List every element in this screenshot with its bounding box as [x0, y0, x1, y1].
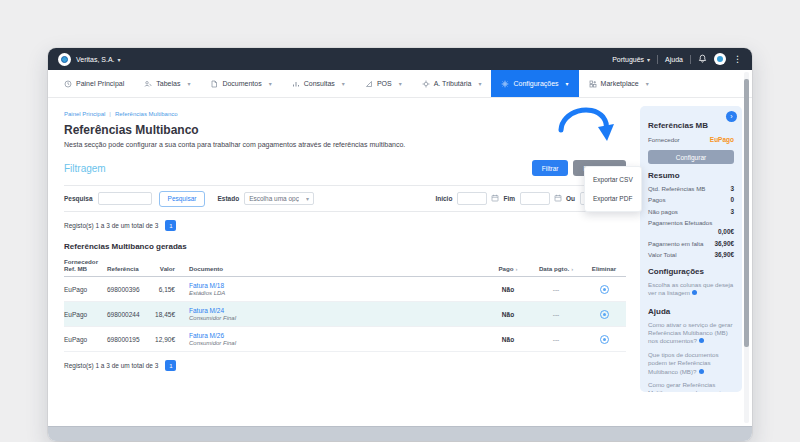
- help-link-item[interactable]: Que tipos de documentos podem ter Referê…: [648, 351, 734, 376]
- nav-item-marketplace[interactable]: Marketplace ▾: [579, 70, 659, 97]
- breadcrumb-painel-principal[interactable]: Painel Principal: [64, 111, 105, 117]
- pesquisa-label: Pesquisa: [64, 195, 93, 202]
- fim-label: Fim: [503, 195, 515, 202]
- window-bottom-bar: [48, 426, 752, 441]
- nav-item-tabelas[interactable]: Tabelas ▾: [134, 70, 200, 97]
- cell-data-pgto: ---: [530, 286, 582, 293]
- language-menu[interactable]: Português ▾: [612, 56, 650, 63]
- cell-pago: Não: [486, 286, 530, 293]
- page-number-badge[interactable]: 1: [165, 220, 176, 231]
- resumo-title: Resumo: [648, 171, 734, 180]
- col-valor[interactable]: Valor: [147, 265, 175, 272]
- calendar-icon[interactable]: [554, 194, 562, 203]
- language-label: Português: [612, 56, 644, 63]
- divider: [690, 55, 691, 64]
- stat-row: Não pagos3: [648, 208, 734, 215]
- chevron-down-icon: ▾: [118, 56, 121, 63]
- divider: [657, 55, 658, 64]
- filtrar-button[interactable]: Filtrar: [532, 160, 569, 176]
- nav-item-configuracoes[interactable]: Configurações ▾: [491, 70, 578, 97]
- pesquisar-button[interactable]: Pesquisar: [159, 191, 206, 207]
- configurar-button[interactable]: Configurar: [648, 150, 734, 164]
- cell-fornecedor: EuPago: [64, 286, 107, 293]
- document-entity: Consumidor Final: [189, 315, 486, 321]
- pagination-top: Registo(s) 1 a 3 de um total de 3 1: [64, 220, 626, 231]
- cell-documento: Fatura M/26 Consumidor Final: [175, 332, 486, 346]
- document-entity: Estádios LDA: [189, 290, 486, 296]
- menu-item-exportar-pdf[interactable]: Exportar PDF: [585, 189, 641, 208]
- nav-item-documentos[interactable]: Documentos ▾: [200, 70, 281, 97]
- notifications-bell-icon[interactable]: [698, 54, 707, 64]
- cell-fornecedor: EuPago: [64, 311, 107, 318]
- user-avatar[interactable]: [714, 53, 726, 65]
- cell-eliminar: [582, 310, 626, 319]
- nav-item-a-tributaria[interactable]: A. Tributária ▾: [412, 70, 492, 97]
- breadcrumb-referencias-multibanco[interactable]: Referências Multibanco: [115, 111, 178, 117]
- gear-icon: [501, 80, 509, 88]
- chevron-down-icon: ▾: [478, 80, 481, 87]
- stat-row: Valor Total36,90€: [648, 251, 734, 258]
- cell-valor: 6,15€: [147, 286, 175, 293]
- document-entity: Consumidor Final: [189, 340, 486, 346]
- sidebar-collapse-button[interactable]: ›: [726, 111, 737, 122]
- estado-label: Estado: [217, 195, 239, 202]
- delete-icon[interactable]: [600, 285, 609, 294]
- cell-referencia: 698000244: [107, 311, 147, 318]
- kebab-menu-icon[interactable]: ⋮: [733, 55, 742, 64]
- sort-icon[interactable]: ›: [516, 266, 518, 272]
- col-data-pgto[interactable]: Data pgto.›: [530, 265, 582, 272]
- sidebar-title: Referências MB: [648, 121, 734, 130]
- help-link-item[interactable]: Como ativar o serviço de gerar Referênci…: [648, 321, 734, 346]
- grid-plus-icon: [589, 80, 597, 88]
- help-link[interactable]: Ajuda: [665, 56, 683, 63]
- chevron-down-icon: ▾: [646, 80, 649, 87]
- cell-pago: Não: [486, 336, 530, 343]
- scrollbar-thumb[interactable]: [744, 79, 749, 347]
- delete-icon[interactable]: [600, 335, 609, 344]
- cell-referencia: 698000396: [107, 286, 147, 293]
- help-link-item[interactable]: Como gerar Referências Multibanco para d…: [648, 381, 734, 392]
- nav-item-pos[interactable]: POS ▾: [355, 70, 412, 97]
- choose-columns-link[interactable]: Escolha as colunas que deseja ver na lis…: [648, 281, 734, 298]
- chevron-down-icon: ▾: [306, 195, 309, 202]
- cell-fornecedor: EuPago: [64, 336, 107, 343]
- document-link[interactable]: Fatura M/26: [189, 332, 486, 339]
- col-fornecedor[interactable]: Fornecedor Ref. MB: [64, 258, 107, 272]
- info-circle-icon: [692, 290, 697, 295]
- col-pago[interactable]: Pago›: [486, 265, 530, 272]
- delete-icon[interactable]: [600, 310, 609, 319]
- nav-item-consultas[interactable]: Consultas ▾: [282, 70, 355, 97]
- inicio-date-input[interactable]: [457, 192, 487, 205]
- document-link[interactable]: Fatura M/18: [189, 282, 486, 289]
- cell-eliminar: [582, 285, 626, 294]
- cell-eliminar: [582, 335, 626, 344]
- exportar-dropdown-menu: Exportar CSV Exportar PDF: [584, 166, 642, 212]
- fim-date-input[interactable]: [520, 192, 550, 205]
- table-header: Fornecedor Ref. MB Referência Valor Docu…: [64, 258, 626, 277]
- chevron-down-icon: ▾: [342, 80, 345, 87]
- cell-data-pgto: ---: [530, 336, 582, 343]
- page-number-badge[interactable]: 1: [165, 360, 176, 371]
- menu-item-exportar-csv[interactable]: Exportar CSV: [585, 170, 641, 189]
- filtragem-heading: Filtragem: [64, 163, 106, 174]
- fornecedor-value-link[interactable]: EuPago: [710, 136, 734, 143]
- col-documento[interactable]: Documento: [175, 265, 486, 272]
- stat-row: Pagos0: [648, 196, 734, 203]
- sort-icon[interactable]: ›: [571, 266, 573, 272]
- chevron-down-icon: ▾: [187, 80, 190, 87]
- records-count: Registo(s) 1 a 3 de um total de 3: [64, 222, 158, 229]
- help-sidebar: › Referências MB Fornecedor EuPago Confi…: [640, 106, 742, 392]
- company-menu[interactable]: Veritas, S.A.: [76, 56, 115, 63]
- info-circle-icon: [699, 369, 704, 374]
- calendar-icon[interactable]: [491, 194, 499, 203]
- vertical-scrollbar[interactable]: [744, 72, 749, 423]
- col-referencia[interactable]: Referência: [107, 265, 147, 272]
- nav-item-painel-principal[interactable]: Painel Principal: [54, 70, 134, 97]
- pesquisa-input[interactable]: [98, 192, 152, 205]
- dashboard-clock-icon: [64, 80, 72, 88]
- estado-select[interactable]: Escolha uma opção ▾: [244, 192, 314, 205]
- document-link[interactable]: Fatura M/24: [189, 307, 486, 314]
- cell-valor: 18,45€: [147, 311, 175, 318]
- cell-documento: Fatura M/24 Consumidor Final: [175, 307, 486, 321]
- chevron-down-icon: ▾: [566, 80, 569, 87]
